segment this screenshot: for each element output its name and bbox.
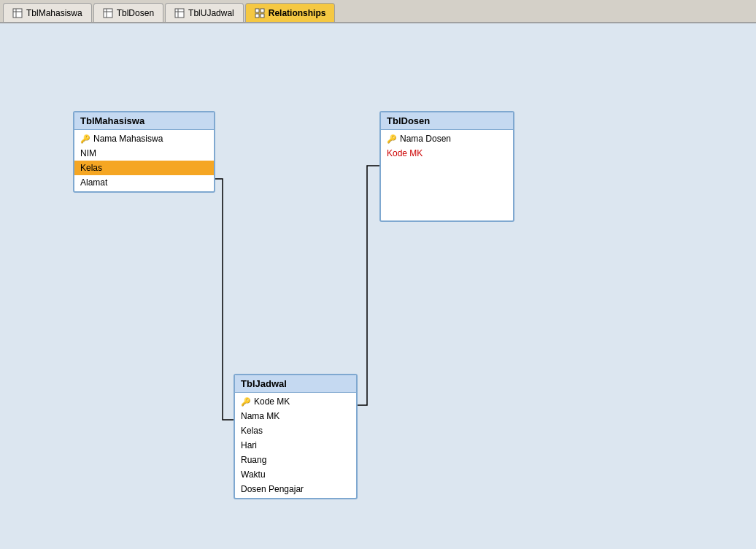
table-icon (12, 8, 23, 18)
key-icon: 🔑 (387, 134, 397, 144)
field-kelas: Kelas (74, 161, 214, 175)
table-dosen-body: 🔑 Nama Dosen Kode MK (381, 130, 513, 220)
svg-rect-12 (261, 14, 264, 18)
key-icon: 🔑 (80, 134, 90, 144)
field-nim: NIM (74, 146, 214, 161)
field-nama-dosen: 🔑 Nama Dosen (381, 131, 513, 146)
tab-label: TblUJadwal (188, 8, 234, 18)
table-mahasiswa-header: TblMahasiswa (74, 112, 214, 130)
tab-relationships[interactable]: Relationships (245, 3, 336, 22)
table-icon (174, 8, 185, 18)
field-kode-mk-dosen: Kode MK (381, 146, 513, 161)
table-dosen[interactable]: TblDosen 🔑 Nama Dosen Kode MK (379, 111, 514, 222)
field-kode-mk-jadwal: 🔑 Kode MK (235, 394, 356, 409)
field-alamat: Alamat (74, 175, 214, 190)
svg-rect-6 (175, 9, 184, 18)
tab-label: TblDosen (117, 8, 154, 18)
field-ruang: Ruang (235, 453, 356, 467)
field-waktu: Waktu (235, 467, 356, 482)
tab-label: Relationships (269, 8, 326, 18)
table-jadwal[interactable]: TblJadwal 🔑 Kode MK Nama MK Kelas Hari R… (234, 374, 358, 499)
table-jadwal-header: TblJadwal (235, 375, 356, 393)
svg-rect-10 (261, 9, 264, 12)
field-kelas-jadwal: Kelas (235, 423, 356, 438)
tab-label: TblMahasiswa (26, 8, 82, 18)
field-nama-mahasiswa: 🔑 Nama Mahasiswa (74, 131, 214, 146)
relationships-canvas: TblMahasiswa 🔑 Nama Mahasiswa NIM Kelas … (0, 23, 756, 549)
field-dosen-pengajar: Dosen Pengajar (235, 482, 356, 496)
field-hari: Hari (235, 438, 356, 453)
connector-lines (0, 23, 756, 549)
table-dosen-header: TblDosen (381, 112, 513, 130)
key-icon: 🔑 (241, 397, 251, 407)
svg-rect-11 (255, 14, 259, 18)
svg-rect-3 (104, 9, 112, 18)
tab-tbl-mahasiswa[interactable]: TblMahasiswa (3, 3, 92, 22)
table-mahasiswa-body: 🔑 Nama Mahasiswa NIM Kelas Alamat (74, 130, 214, 191)
field-nama-mk: Nama MK (235, 409, 356, 423)
tab-bar: TblMahasiswa TblDosen TblUJadwal Relatio… (0, 0, 756, 23)
table-icon (103, 8, 113, 18)
table-jadwal-body: 🔑 Kode MK Nama MK Kelas Hari Ruang Waktu… (235, 393, 356, 498)
tab-tbl-ujadwal[interactable]: TblUJadwal (165, 3, 244, 22)
svg-rect-0 (13, 9, 22, 18)
relationship-icon (255, 8, 265, 18)
tab-tbl-dosen[interactable]: TblDosen (93, 3, 163, 22)
table-mahasiswa[interactable]: TblMahasiswa 🔑 Nama Mahasiswa NIM Kelas … (73, 111, 215, 193)
svg-rect-9 (255, 9, 259, 12)
